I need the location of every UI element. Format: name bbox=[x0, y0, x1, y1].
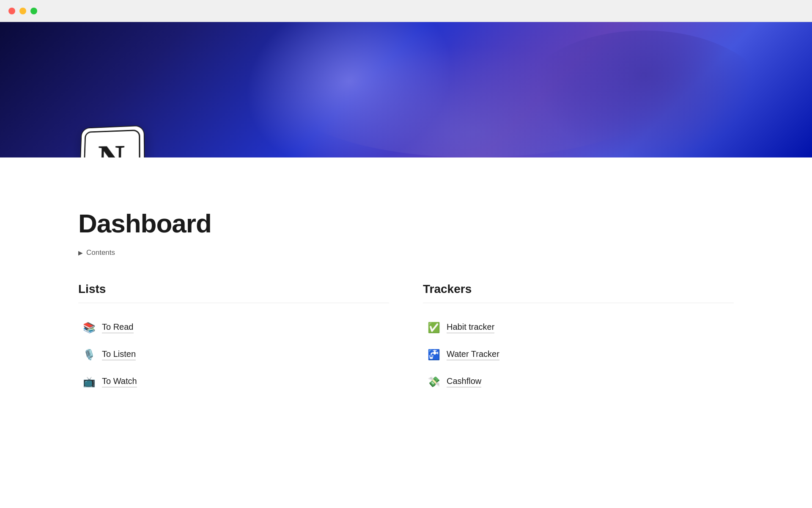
window-buttons bbox=[8, 8, 37, 14]
trackers-items: ✅ Habit tracker 🚰 Water Tracker 💸 Cashfl… bbox=[423, 316, 734, 394]
trackers-divider bbox=[423, 303, 734, 303]
content-area: Dashboard ▶ Contents Lists 📚 To Read 🎙️ … bbox=[0, 157, 812, 428]
notion-logo: N bbox=[79, 125, 145, 157]
list-item-to-watch[interactable]: 📺 To Watch bbox=[78, 370, 389, 394]
toggle-arrow-icon: ▶ bbox=[78, 249, 83, 256]
hero-banner: N bbox=[0, 22, 812, 157]
maximize-button[interactable] bbox=[30, 8, 37, 14]
notion-logo-letter: N bbox=[97, 139, 125, 157]
lists-divider bbox=[78, 303, 389, 303]
trackers-heading: Trackers bbox=[423, 282, 734, 296]
to-read-label: To Read bbox=[102, 322, 134, 333]
minimize-button[interactable] bbox=[19, 8, 26, 14]
to-read-icon: 📚 bbox=[82, 322, 96, 334]
page-title: Dashboard bbox=[78, 208, 734, 238]
to-watch-label: To Watch bbox=[102, 376, 137, 387]
list-item-to-read[interactable]: 📚 To Read bbox=[78, 316, 389, 340]
trackers-column: Trackers ✅ Habit tracker 🚰 Water Tracker… bbox=[423, 282, 734, 394]
contents-toggle[interactable]: ▶ Contents bbox=[78, 248, 734, 257]
wave-decoration-2 bbox=[518, 30, 771, 157]
window-chrome bbox=[0, 0, 812, 22]
list-item-to-listen[interactable]: 🎙️ To Listen bbox=[78, 343, 389, 367]
cashflow-icon: 💸 bbox=[427, 376, 441, 388]
cashflow-label: Cashflow bbox=[447, 376, 481, 387]
lists-heading: Lists bbox=[78, 282, 389, 296]
tracker-item-cashflow[interactable]: 💸 Cashflow bbox=[423, 370, 734, 394]
habit-tracker-label: Habit tracker bbox=[447, 322, 494, 333]
two-columns-layout: Lists 📚 To Read 🎙️ To Listen 📺 To Watch bbox=[78, 282, 734, 394]
tracker-item-water[interactable]: 🚰 Water Tracker bbox=[423, 343, 734, 367]
water-tracker-icon: 🚰 bbox=[427, 349, 441, 361]
notion-logo-container: N bbox=[78, 126, 144, 157]
wave-decoration-1 bbox=[284, 30, 665, 157]
to-listen-icon: 🎙️ bbox=[82, 349, 96, 361]
lists-items: 📚 To Read 🎙️ To Listen 📺 To Watch bbox=[78, 316, 389, 394]
contents-label: Contents bbox=[86, 248, 115, 257]
habit-tracker-icon: ✅ bbox=[427, 322, 441, 334]
lists-column: Lists 📚 To Read 🎙️ To Listen 📺 To Watch bbox=[78, 282, 389, 394]
to-listen-label: To Listen bbox=[102, 349, 136, 360]
to-watch-icon: 📺 bbox=[82, 376, 96, 388]
notion-logo-inner: N bbox=[83, 130, 140, 157]
water-tracker-label: Water Tracker bbox=[447, 349, 499, 360]
tracker-item-habit[interactable]: ✅ Habit tracker bbox=[423, 316, 734, 340]
close-button[interactable] bbox=[8, 8, 15, 14]
